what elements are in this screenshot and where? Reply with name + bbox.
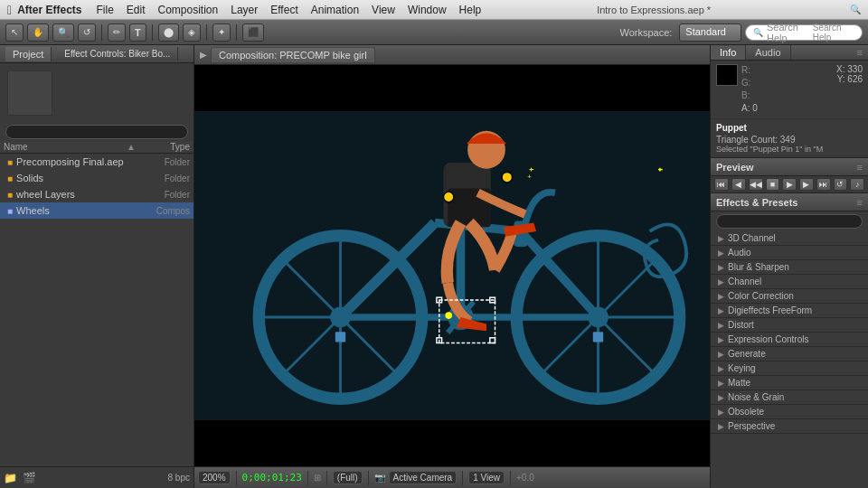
- apple-logo: : [7, 3, 12, 17]
- effect-item[interactable]: ▶ Distort: [711, 318, 868, 333]
- effect-item[interactable]: ▶ Color Correction: [711, 289, 868, 304]
- toolbar-sep-3: [206, 24, 207, 41]
- effects-panel: Effects & Presets ≡ ▶ 3D Channel ▶ Audio…: [711, 193, 868, 488]
- menu-layer[interactable]: Layer: [225, 2, 263, 18]
- effect-name: Audio: [728, 248, 751, 258]
- comp-tab[interactable]: Composition: PRECOMP bike girl: [211, 47, 375, 62]
- effect-item[interactable]: ▶ Blur & Sharpen: [711, 260, 868, 275]
- effect-name: Keying: [728, 363, 756, 373]
- toolbar-btn-puppet[interactable]: ✦: [212, 23, 231, 42]
- menu-edit[interactable]: Edit: [121, 2, 151, 18]
- main-area: Project Effect Controls: Biker Bo... Nam…: [0, 45, 868, 488]
- preview-loop[interactable]: ↺: [834, 178, 848, 191]
- toolbar-btn-arrow[interactable]: ↖: [5, 23, 24, 42]
- list-item[interactable]: ■ Precomposing Final.aep Folder: [0, 154, 193, 170]
- info-row-g: G:: [741, 77, 833, 89]
- view-dropdown[interactable]: 1 View: [468, 471, 505, 484]
- info-panel-menu[interactable]: ≡: [852, 45, 868, 60]
- effect-item[interactable]: ▶ Audio: [711, 246, 868, 260]
- composition-canvas: +: [194, 65, 710, 466]
- active-camera-dropdown[interactable]: Active Camera: [389, 471, 458, 484]
- toolbar-btn-rotate[interactable]: ↺: [78, 23, 96, 42]
- toolbar-btn-shape[interactable]: ⬛: [242, 23, 264, 42]
- list-item[interactable]: ■ Wheels Compos: [0, 202, 193, 219]
- effect-name: 3D Channel: [728, 233, 776, 243]
- project-search-input[interactable]: [5, 125, 188, 139]
- effect-item[interactable]: ▶ Digieffects FreeForm: [711, 304, 868, 318]
- zoom-btn[interactable]: 200%: [198, 471, 231, 484]
- effect-item[interactable]: ▶ Noise & Grain: [711, 390, 868, 405]
- preview-audio[interactable]: ♪: [850, 178, 864, 191]
- effect-name: Distort: [728, 320, 754, 330]
- effect-item[interactable]: ▶ 3D Channel: [711, 231, 868, 246]
- menu-file[interactable]: File: [90, 2, 118, 18]
- toolbar-btn-zoom[interactable]: 🔍: [52, 23, 74, 42]
- toolbar-btn-pen[interactable]: ✏: [108, 23, 126, 42]
- preview-menu[interactable]: ≡: [857, 162, 863, 173]
- comp-viewer[interactable]: +: [194, 65, 710, 466]
- effect-item[interactable]: ▶ Expression Controls: [711, 333, 868, 347]
- effect-name: Perspective: [728, 421, 775, 431]
- list-item[interactable]: ■ Solids Folder: [0, 170, 193, 186]
- search-bar[interactable]: 🔍 Search Help Search Help: [745, 24, 863, 41]
- effect-name: Noise & Grain: [728, 392, 784, 402]
- workspace-dropdown[interactable]: Standard: [679, 23, 741, 42]
- resolution-dropdown[interactable]: (Full): [333, 471, 363, 484]
- menu-view[interactable]: View: [366, 2, 401, 18]
- svg-text:+: +: [527, 173, 532, 181]
- toolbar-btn-clone[interactable]: ◈: [183, 23, 201, 42]
- file-name: Wheels: [16, 205, 50, 216]
- new-folder-btn[interactable]: 📁: [4, 472, 17, 484]
- effects-menu[interactable]: ≡: [857, 197, 863, 208]
- effect-item[interactable]: ▶ Keying: [711, 361, 868, 376]
- project-tab[interactable]: Project: [5, 47, 52, 61]
- menu-window[interactable]: Window: [402, 2, 452, 18]
- effect-item[interactable]: ▶ Obsolete: [711, 405, 868, 419]
- menu-composition[interactable]: Composition: [153, 2, 224, 18]
- menu-animation[interactable]: Animation: [306, 2, 364, 18]
- preview-stop[interactable]: ■: [766, 178, 780, 191]
- new-comp-btn[interactable]: 🎬: [23, 472, 36, 484]
- info-panel: Info Audio ≡ R: G: B:: [711, 45, 868, 158]
- file-name: Solids: [16, 173, 43, 183]
- menu-effect[interactable]: Effect: [265, 2, 303, 18]
- toolbar-btn-text[interactable]: T: [129, 23, 146, 42]
- right-panel: Info Audio ≡ R: G: B:: [710, 45, 868, 488]
- timecode-footer: 0;00;01;23: [242, 472, 302, 483]
- folder-icon: ■: [7, 174, 13, 183]
- menu-help[interactable]: Help: [454, 2, 487, 18]
- effect-name: Color Correction: [728, 291, 794, 301]
- toolbar-btn-hand[interactable]: ✋: [27, 23, 49, 42]
- preview-last[interactable]: ⏭: [816, 178, 831, 191]
- info-coords: X: 330 Y: 626: [836, 64, 863, 115]
- effects-header: Effects & Presets ≡: [711, 193, 868, 211]
- camera-icon: 📷: [374, 473, 385, 483]
- preview-first[interactable]: ⏮: [714, 178, 729, 191]
- bpc-display: 8 bpc: [168, 473, 190, 483]
- sort-icon: ▲: [127, 142, 136, 152]
- preview-play[interactable]: ▶: [782, 178, 797, 191]
- effect-arrow: ▶: [718, 277, 724, 286]
- preview-play-back[interactable]: ◀◀: [749, 178, 763, 191]
- effect-item[interactable]: ▶ Generate: [711, 347, 868, 361]
- toolbar-btn-brush[interactable]: ⬤: [158, 23, 179, 42]
- project-footer: 📁 🎬 8 bpc: [0, 466, 193, 488]
- list-item[interactable]: ■ wheel Layers Folder: [0, 186, 193, 202]
- info-row-r: R:: [741, 64, 833, 77]
- effect-name: Obsolete: [728, 407, 764, 417]
- effect-arrow: ▶: [718, 321, 724, 330]
- effect-item[interactable]: ▶ Matte: [711, 376, 868, 390]
- tab-info[interactable]: Info: [711, 45, 746, 60]
- preview-next-frame[interactable]: ▶: [799, 178, 814, 191]
- effect-item[interactable]: ▶ Perspective: [711, 419, 868, 434]
- toolbar-sep-4: [236, 24, 237, 41]
- tab-audio[interactable]: Audio: [746, 45, 790, 60]
- effect-arrow: ▶: [718, 422, 724, 431]
- preview-prev-frame[interactable]: ◀: [731, 178, 746, 191]
- effect-name: Blur & Sharpen: [728, 262, 789, 272]
- effect-item[interactable]: ▶ Channel: [711, 275, 868, 289]
- effect-controls-tab[interactable]: Effect Controls: Biker Bo...: [57, 47, 178, 61]
- effects-search-input[interactable]: [716, 214, 863, 229]
- footer-div-3: [326, 471, 327, 485]
- color-swatch: [716, 64, 738, 86]
